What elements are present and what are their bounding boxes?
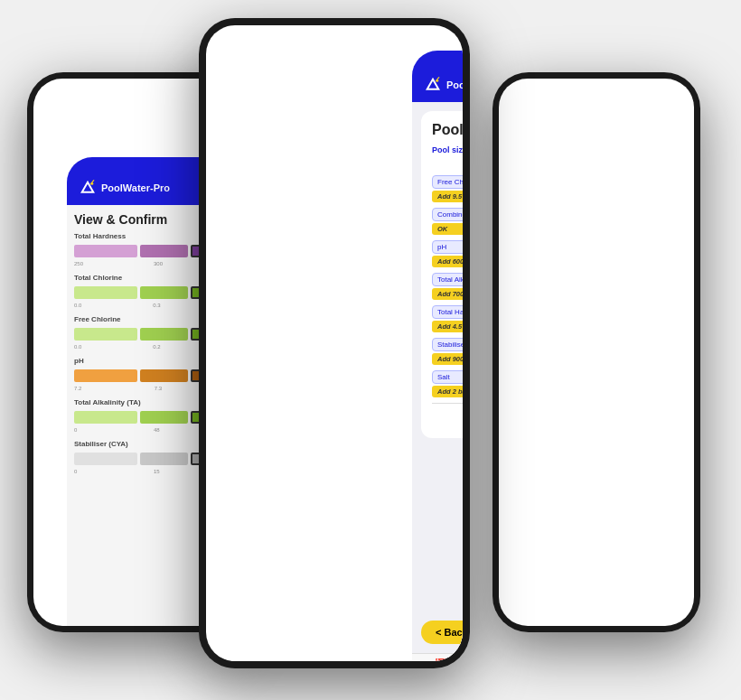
chem-cc-label: Combined Chlorine <box>432 208 463 221</box>
center-status-bar: 4G ▮ <box>412 51 463 68</box>
center-bottom-nav: 📅 Today 🧮 Calculator 🔔 Reminders 📊 Repor… <box>412 653 463 661</box>
chem-fc-row: Free Chlorine 3 ppm 0.26 $17.95 <box>432 175 463 189</box>
chem-ta-advice: Add 700 grams of Buffer <box>432 288 463 300</box>
chem-ph-advice: Add 600 ml of Hydrochloric Acid <box>432 256 463 267</box>
chem-salt-advice: Add 2 bags of Salt (20 kg) <box>432 386 463 397</box>
chem-salt-row: Salt 4000 ppm 3500 $19.84 <box>432 370 463 384</box>
left-logo-text: PoolWater-Pro <box>101 182 170 193</box>
center-app-header: PoolWater-Pro ☰ <box>412 68 463 102</box>
left-app-logo: PoolWater-Pro <box>78 178 170 198</box>
chem-fc-advice: Add 9.5 litres of Liquid Chlorine <box>432 191 463 202</box>
chem-combined-chlorine: Combined Chlorine 0.26 ppm 0.12 $0.00 OK <box>432 208 463 235</box>
scene: 4G ▮ PoolWater-Pro ☰ View & <box>0 0 741 700</box>
chem-cya-advice: Add 900 grams of Granular Stabiliser <box>432 353 463 365</box>
slider-cya-seg1 <box>74 453 137 465</box>
right-phone-screen: 4G ▮ PoolWater-Pro ☰ <box>499 79 694 626</box>
center-logo-icon <box>423 75 443 95</box>
svg-line-5 <box>437 77 439 79</box>
center-phone-shell: 4G ▮ PoolWater-Pro ☰ ✕ <box>199 18 470 668</box>
chem-free-chlorine: Free Chlorine 3 ppm 0.26 $17.95 Add 9.5 … <box>432 175 463 202</box>
total-row: Total $53.58 <box>432 403 463 427</box>
chem-ta: Total Alkalinity (TA) 110 ppm 115 $1.30 … <box>432 273 463 300</box>
svg-point-4 <box>436 79 438 82</box>
chem-cc-advice: OK <box>432 223 463 235</box>
report-card: Pool Maintenance Report Pool size, depth… <box>421 111 463 438</box>
center-nav-today[interactable]: 📅 Today <box>412 658 463 661</box>
slider-freechlor-seg1 <box>74 328 137 341</box>
svg-line-2 <box>92 180 94 182</box>
chem-hard-row: Total Hardness 260 ppm 200 $8.10 <box>432 305 463 319</box>
center-today-icon: 📅 <box>434 658 452 661</box>
slider-chlorine-seg2 <box>140 286 188 299</box>
slider-freechlor-seg2 <box>140 328 188 341</box>
chem-cc-row: Combined Chlorine 0.26 ppm 0.12 $0.00 <box>432 208 463 221</box>
chem-cya-label: Stabiliser (CYA) <box>432 338 463 351</box>
table-header: Ideal Reading Cost <box>432 163 463 172</box>
center-phone-screen: 4G ▮ PoolWater-Pro ☰ ✕ <box>206 25 463 661</box>
chem-hardness: Total Hardness 260 ppm 200 $8.10 Add 4.5… <box>432 305 463 332</box>
center-action-row: < Back Next (1 of 3) <box>412 611 463 653</box>
slider-hardness-seg1 <box>74 245 137 257</box>
chem-salt: Salt 4000 ppm 3500 $19.84 Add 2 bags of … <box>432 370 463 397</box>
chem-ph-row: pH 7.5 7.9 $1.62 <box>432 240 463 254</box>
center-main-content: ✕ Pool Maintenance Report Pool size, dep… <box>412 102 463 611</box>
pool-size-row: Pool size, depth & litres 9 x 5 | 56,000… <box>432 144 463 156</box>
chem-cya: Stabiliser (CYA) 40 ppm 25 $4.77 Add 900… <box>432 338 463 365</box>
slider-ph-seg2 <box>140 369 188 382</box>
chem-cya-row: Stabiliser (CYA) 40 ppm 25 $4.77 <box>432 338 463 351</box>
chem-ph-label: pH <box>432 240 463 254</box>
left-logo-icon <box>78 178 98 198</box>
center-logo-text: PoolWater-Pro <box>446 79 463 90</box>
chem-ta-row: Total Alkalinity (TA) 110 ppm 115 $1.30 <box>432 273 463 286</box>
center-phone-content: 4G ▮ PoolWater-Pro ☰ ✕ <box>412 51 463 661</box>
right-phone-shell: 4G ▮ PoolWater-Pro ☰ <box>492 72 700 632</box>
slider-chlorine-seg1 <box>74 286 137 299</box>
report-title: Pool Maintenance Report <box>432 122 463 138</box>
chem-fc-label: Free Chlorine <box>432 175 463 189</box>
slider-cya-seg2 <box>140 453 188 465</box>
slider-ph-seg1 <box>74 369 137 382</box>
chem-hard-label: Total Hardness <box>432 305 463 319</box>
center-back-button[interactable]: < Back <box>421 621 463 644</box>
svg-point-1 <box>90 182 93 185</box>
chem-ta-label: Total Alkalinity (TA) <box>432 273 463 286</box>
chem-salt-label: Salt <box>432 370 463 384</box>
slider-ta-seg1 <box>74 411 137 424</box>
chem-ph: pH 7.5 7.9 $1.62 Add 600 ml of Hydrochlo… <box>432 240 463 267</box>
chem-hard-advice: Add 4.5 kg of Calcium Raiser <box>432 321 463 332</box>
pool-size-label: Pool size, depth & litres <box>432 145 463 154</box>
slider-ta-seg2 <box>140 411 188 424</box>
center-app-logo: PoolWater-Pro <box>423 75 463 95</box>
slider-hardness-seg2 <box>140 245 188 257</box>
col-name <box>434 163 463 172</box>
